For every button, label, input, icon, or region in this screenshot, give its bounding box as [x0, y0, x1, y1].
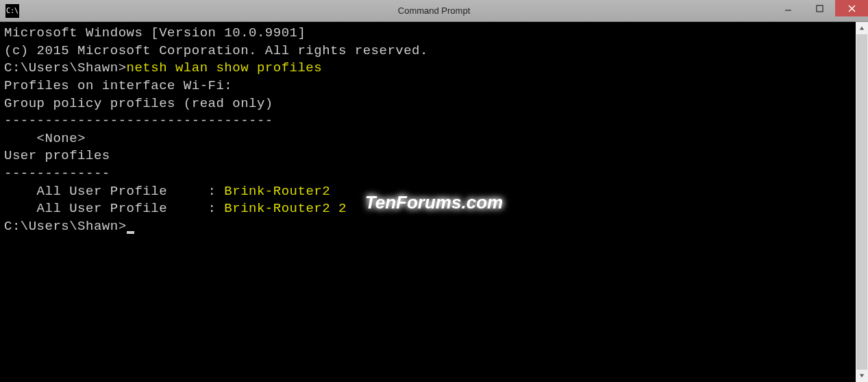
- minimize-button[interactable]: [772, 0, 804, 16]
- profile-line: All User Profile : Brink-Router2: [4, 183, 852, 201]
- output-line: Microsoft Windows [Version 10.0.9901]: [4, 25, 852, 43]
- scroll-thumb[interactable]: [856, 34, 867, 370]
- prompt-line: C:\Users\Shawn>netsh wlan show profiles: [4, 60, 852, 77]
- command-text: netsh wlan show profiles: [127, 60, 323, 75]
- cursor: [127, 231, 134, 234]
- maximize-button[interactable]: [804, 0, 835, 16]
- profile-value: Brink-Router2 2: [224, 201, 347, 216]
- output-line: -------------: [4, 165, 852, 183]
- scroll-track[interactable]: [856, 34, 868, 370]
- prompt-path: C:\Users\Shawn>: [4, 60, 127, 75]
- output-line: User profiles: [4, 147, 852, 165]
- output-line: Profiles on interface Wi-Fi:: [4, 77, 852, 95]
- scroll-up-button[interactable]: [856, 22, 868, 34]
- scroll-down-button[interactable]: [856, 370, 868, 382]
- prompt-path: C:\Users\Shawn>: [4, 219, 127, 234]
- cmd-icon: C:\: [5, 4, 19, 18]
- terminal-area: Microsoft Windows [Version 10.0.9901](c)…: [0, 22, 868, 382]
- output-line: (c) 2015 Microsoft Corporation. All righ…: [4, 43, 852, 60]
- profile-label: All User Profile :: [4, 184, 224, 199]
- close-button[interactable]: [835, 0, 868, 16]
- vertical-scrollbar[interactable]: [856, 22, 868, 382]
- command-prompt-window: C:\ Command Prompt Microsoft Windows [Ve…: [0, 0, 868, 382]
- window-controls: [772, 0, 868, 21]
- titlebar[interactable]: C:\ Command Prompt: [0, 0, 868, 22]
- profile-value: Brink-Router2: [224, 184, 330, 199]
- output-line: <None>: [4, 130, 852, 148]
- prompt-line: C:\Users\Shawn>: [4, 218, 852, 236]
- svg-rect-1: [817, 5, 823, 12]
- terminal-output[interactable]: Microsoft Windows [Version 10.0.9901](c)…: [0, 22, 856, 382]
- output-line: Group policy profiles (read only): [4, 95, 852, 113]
- profile-label: All User Profile :: [4, 201, 224, 216]
- output-line: ---------------------------------: [4, 112, 852, 130]
- window-title: Command Prompt: [398, 5, 470, 16]
- profile-line: All User Profile : Brink-Router2 2: [4, 200, 852, 218]
